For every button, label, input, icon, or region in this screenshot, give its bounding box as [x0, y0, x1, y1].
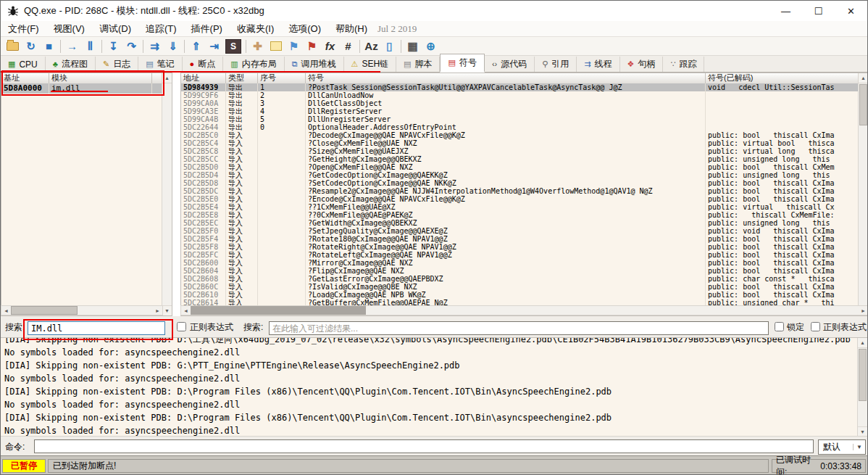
symbols-col-decoded[interactable]: 符号(已解码) — [706, 73, 859, 83]
log-vertical-scrollbar[interactable]: ▲ ▼ — [857, 338, 867, 436]
scroll-down-icon[interactable]: ▼ — [162, 305, 172, 315]
comments-button[interactable] — [267, 38, 285, 54]
tab-handles[interactable]: ❖句柄 — [620, 57, 664, 72]
tab-symbols[interactable]: ▤符号 — [440, 54, 484, 73]
scroll-right-icon[interactable]: ► — [859, 306, 868, 315]
modules-col-module[interactable]: 模块 — [49, 73, 152, 83]
tab-notes[interactable]: ▤笔记 — [138, 57, 182, 72]
tab-source[interactable]: ‹›源代码 — [485, 57, 535, 72]
step-into-button[interactable]: ↧ — [104, 38, 122, 54]
symbol-row[interactable]: 5DC2B5F0导入?SetJpegQuality@CxImage@@QAEXE… — [181, 227, 859, 235]
symbol-row[interactable]: 5DC2B5DC导入?Resample2@CxImage@@QAE_NJJW4I… — [181, 187, 859, 195]
scroll-up-icon[interactable]: ▲ — [859, 73, 868, 83]
execute-till-return-button[interactable]: ⇓ — [164, 38, 182, 54]
symbol-row[interactable]: 5DC2B5D4导入?GetCodecOption@CxImage@@QAEKK… — [181, 171, 859, 179]
close-button[interactable]: ✕ — [835, 1, 867, 21]
run-to-user-code-button[interactable]: ⇉ — [146, 38, 164, 54]
symbol-row[interactable]: 5DC2B5F4导入?Rotate180@CxImage@@QAE_NPAV1@… — [181, 235, 859, 243]
symbol-row[interactable]: 5DC2B5EC导入?GetWidth@CxImage@@QBEKXZpubli… — [181, 219, 859, 227]
tab-call-stack[interactable]: ⧉调用堆栈 — [285, 57, 344, 72]
symbol-row[interactable]: 5DC2B5E0导入?Encode@CxImage@@QAE_NPAVCxFil… — [181, 195, 859, 203]
modules-hscroll-thumb[interactable] — [11, 306, 78, 315]
scroll-up-icon[interactable]: ▲ — [162, 73, 172, 83]
symbol-row[interactable]: 5DC2B5CC导入?GetHeight@CxImage@@QBEKXZpubl… — [181, 155, 859, 163]
symbol-row[interactable]: 5DC22644导出0OptionalHeader.AddressOfEntry… — [181, 123, 859, 131]
pause-button[interactable]: Ⅱ — [81, 38, 99, 54]
symbol-row[interactable]: 5DC2B5C4导入?Close@CxMemFile@@UAE_NXZpubli… — [181, 139, 859, 147]
symbol-row[interactable]: 5DC2B610导入?Load@CxImage@@QAE_NPB_WK@Zpub… — [181, 291, 859, 299]
symbols-vertical-scrollbar[interactable]: ▲ ▼ — [858, 73, 868, 315]
command-input[interactable] — [34, 439, 814, 453]
panel-splitter[interactable] — [172, 73, 180, 316]
menu-file[interactable]: 文件(F) — [1, 21, 46, 36]
symbols-col-symbol[interactable]: 符号 — [306, 73, 706, 83]
scroll-down-icon[interactable]: ▼ — [858, 426, 867, 436]
symbols-vscroll-thumb[interactable] — [859, 84, 867, 125]
patches-button[interactable]: ✚ — [249, 38, 267, 54]
fx-button[interactable]: fx — [321, 38, 339, 54]
tab-breakpoints[interactable]: ●断点 — [183, 57, 224, 72]
tab-trace[interactable]: ∵跟踪 — [663, 57, 704, 72]
symbol-row[interactable]: 5DC2B5E8导入??0CxMemFile@@QAE@PAEK@Zpublic… — [181, 211, 859, 219]
symbol-row[interactable]: 5DC2B5F8导入?RotateRight@CxImage@@QAE_NPAV… — [181, 243, 859, 251]
tab-memory-map[interactable]: ▥内存布局 — [223, 57, 284, 72]
symbol-row[interactable]: 5DC2B600导入?Mirror@CxImage@@QAE_NXZpublic… — [181, 259, 859, 267]
labels-button[interactable]: ⚑ — [285, 38, 303, 54]
symbol-row[interactable]: 5D99CA4B导出5DllUnregisterServer — [181, 115, 859, 123]
log-vscroll-thumb[interactable] — [859, 349, 867, 401]
menu-debug[interactable]: 调试(D) — [92, 21, 138, 36]
symbol-row[interactable]: 5DC2B5C8导入?Size@CxMemFile@@UAEJXZpublic:… — [181, 147, 859, 155]
tab-references[interactable]: ⚲引用 — [535, 57, 577, 72]
minimize-button[interactable]: — — [769, 1, 802, 21]
menu-trace[interactable]: 追踪(T) — [138, 21, 184, 36]
symbol-row[interactable]: 5D99C9F6导出2DllCanUnloadNow — [181, 91, 859, 99]
strings-button[interactable]: Az — [362, 38, 380, 54]
symbols-col-type[interactable]: 类型 — [226, 73, 258, 83]
goto-user-button[interactable]: ⇥ — [205, 38, 223, 54]
attach-button[interactable]: ▯ — [380, 38, 398, 54]
modules-vertical-scrollbar[interactable]: ▲ ▼ — [162, 73, 172, 315]
menu-plugins[interactable]: 插件(P) — [184, 21, 230, 36]
open-file-button[interactable] — [4, 38, 22, 54]
regex-checkbox[interactable] — [177, 322, 186, 331]
hash-button[interactable]: # — [339, 38, 357, 54]
symbols-col-ordinal[interactable]: 序号 — [258, 73, 306, 83]
menu-view[interactable]: 视图(V) — [46, 21, 92, 36]
module-row[interactable]: 5D8A0000im.dll — [1, 83, 162, 94]
symbol-row[interactable]: 5DC2B60C导入?IsValid@CxImage@@QBE_NXZpubli… — [181, 283, 859, 291]
restart-button[interactable]: ↻ — [22, 38, 40, 54]
regex2-checkbox[interactable] — [811, 322, 820, 331]
symbol-row[interactable]: 5D984939导出1?PostTask_Session@SessionTask… — [181, 83, 859, 91]
symbol-row[interactable]: 5D99CA0A导出3DllGetClassObject — [181, 99, 859, 107]
menu-help[interactable]: 帮助(H) — [328, 21, 375, 36]
scroll-right-icon[interactable]: ► — [153, 306, 162, 315]
maximize-button[interactable]: ☐ — [802, 1, 835, 21]
command-profile-dropdown[interactable]: 默认 ▼ — [818, 439, 866, 455]
tab-seh[interactable]: ⚠SEH链 — [344, 57, 397, 72]
run-button[interactable]: → — [63, 38, 81, 54]
help-globe-button[interactable]: ⊕ — [422, 38, 440, 54]
symbol-row[interactable]: 5DC2B5D8导入?SetCodecOption@CxImage@@QAE_N… — [181, 179, 859, 187]
scroll-up-icon[interactable]: ▲ — [858, 338, 867, 348]
tab-cpu[interactable]: ▦CPU — [1, 57, 46, 72]
tab-log[interactable]: ✎日志 — [96, 57, 138, 72]
tab-script[interactable]: ▤脚本 — [396, 57, 440, 72]
scroll-left-icon[interactable]: ◄ — [181, 306, 191, 315]
seh-chain-button[interactable]: S — [225, 39, 241, 54]
symbols-col-address[interactable]: 地址 — [181, 73, 226, 83]
step-out-button[interactable]: ⇑ — [187, 38, 205, 54]
symbol-row[interactable]: 5DC2B5C0导入?Decode@CxImage@@QAE_NPAVCxFil… — [181, 131, 859, 139]
symbol-row[interactable]: 5DC2B608导入?GetLastError@CxImage@@QAEPBDX… — [181, 275, 859, 283]
calculator-button[interactable]: ▦ — [404, 38, 422, 54]
lock-checkbox[interactable] — [775, 322, 784, 331]
scroll-left-icon[interactable]: ◄ — [1, 306, 11, 315]
symbols-hscroll-thumb[interactable] — [191, 306, 366, 315]
step-over-button[interactable]: ↷ — [122, 38, 141, 54]
menu-favourites[interactable]: 收藏夹(I) — [230, 21, 281, 36]
symbols-horizontal-scrollbar[interactable]: ◄ ► — [180, 305, 868, 315]
symbol-filter-input[interactable] — [269, 321, 769, 335]
symbol-row[interactable]: 5D99CA3E导出4DllRegisterServer — [181, 107, 859, 115]
symbol-row[interactable]: 5DC2B604导入?Flip@CxImage@@QAE_NXZpublic: … — [181, 267, 859, 275]
stop-button[interactable]: ■ — [40, 38, 58, 54]
modules-horizontal-scrollbar[interactable]: ◄ ► — [1, 305, 163, 315]
